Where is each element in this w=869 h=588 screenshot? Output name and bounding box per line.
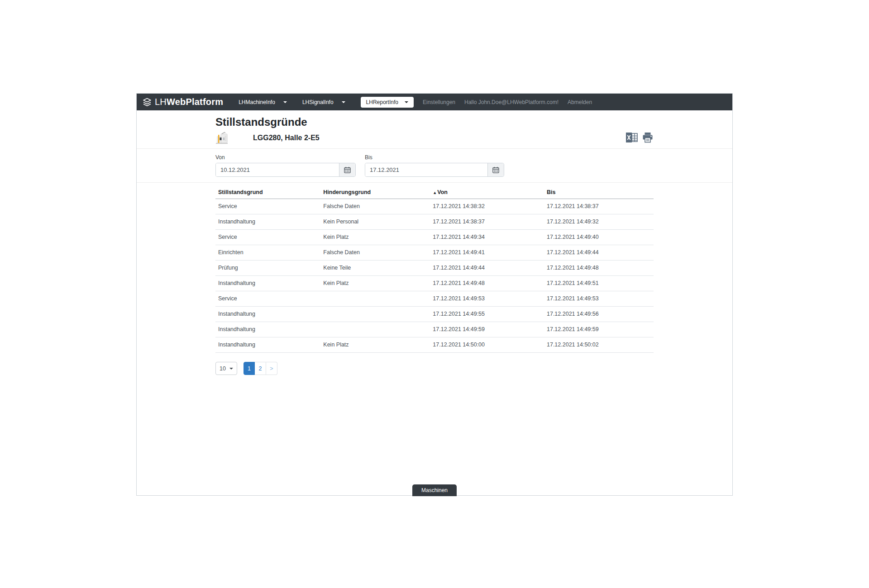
filter-von: Von <box>215 154 356 177</box>
table-cell: 17.12.2021 14:49:34 <box>430 230 544 245</box>
table-cell: Kein Personal <box>320 214 430 230</box>
calendar-icon <box>344 166 351 173</box>
chevron-down-icon <box>283 101 287 103</box>
chevron-down-icon <box>405 101 408 103</box>
column-header-hinderungsgrund[interactable]: Hinderungsgrund <box>320 186 430 199</box>
table-cell: 17.12.2021 14:38:37 <box>544 199 654 214</box>
nav-menu-lhsignalinfo[interactable]: LHSignalInfo <box>302 99 345 105</box>
table-cell: Kein Platz <box>320 276 430 291</box>
machine-label: LGG280, Halle 2-E5 <box>253 134 320 142</box>
table-cell: 17.12.2021 14:49:55 <box>430 307 544 322</box>
nav-menu-label: LHMachineInfo <box>239 99 275 105</box>
table-cell: Kein Platz <box>320 230 430 245</box>
bis-label: Bis <box>365 154 504 161</box>
table-cell: Prüfung <box>215 261 320 276</box>
filter-bis: Bis <box>365 154 504 177</box>
page-button-2[interactable]: 2 <box>255 362 266 375</box>
table-cell: Falsche Daten <box>320 245 430 261</box>
calendar-icon <box>492 166 499 173</box>
bis-date-input[interactable] <box>365 163 487 176</box>
logout-link[interactable]: Abmelden <box>568 99 592 105</box>
table-cell: 17.12.2021 14:49:59 <box>544 322 654 337</box>
table-row: PrüfungKeine Teile17.12.2021 14:49:4417.… <box>215 261 654 276</box>
von-label: Von <box>215 154 356 161</box>
brand-title: LHWebPlatform <box>155 97 223 107</box>
excel-export-icon[interactable] <box>626 132 638 143</box>
bis-calendar-button[interactable] <box>487 163 504 176</box>
top-navbar: LHWebPlatform LHMachineInfo LHSignalInfo… <box>137 94 732 110</box>
table-cell <box>320 291 430 307</box>
table-cell: Instandhaltung <box>215 337 320 353</box>
print-icon[interactable] <box>642 132 654 143</box>
navbar-right: Einstellungen Hallo John.Doe@LHWebPlatfo… <box>414 99 592 105</box>
user-greeting: Hallo John.Doe@LHWebPlatform.com! <box>464 99 559 105</box>
table-cell: 17.12.2021 14:49:48 <box>544 261 654 276</box>
pager: 1 2 > <box>244 362 277 375</box>
table-cell: Service <box>215 230 320 245</box>
downtime-table: Stillstandsgrund Hinderungsgrund ▲Von Bi… <box>215 186 654 353</box>
table-cell: 17.12.2021 14:49:56 <box>544 307 654 322</box>
maschinen-button[interactable]: Maschinen <box>412 484 457 496</box>
table-cell: 17.12.2021 14:49:44 <box>544 245 654 261</box>
table-cell: 17.12.2021 14:50:02 <box>544 337 654 353</box>
next-page-button[interactable]: > <box>266 362 277 375</box>
table-cell: Falsche Daten <box>320 199 430 214</box>
von-calendar-button[interactable] <box>339 163 355 176</box>
table-row: Instandhaltung17.12.2021 14:49:5517.12.2… <box>215 307 654 322</box>
table-row: InstandhaltungKein Personal17.12.2021 14… <box>215 214 654 230</box>
von-date-input[interactable] <box>216 163 339 176</box>
table-row: InstandhaltungKein Platz17.12.2021 14:50… <box>215 337 654 353</box>
table-cell: 17.12.2021 14:49:48 <box>430 276 544 291</box>
table-cell: Instandhaltung <box>215 322 320 337</box>
table-cell: 17.12.2021 14:38:32 <box>430 199 544 214</box>
section-divider <box>137 182 732 183</box>
nav-menu-label: LHSignalInfo <box>302 99 334 105</box>
table-cell: 17.12.2021 14:49:53 <box>430 291 544 307</box>
page-title: Stillstandsgründe <box>215 110 654 129</box>
table-cell <box>320 322 430 337</box>
table-cell: Kein Platz <box>320 337 430 353</box>
machine-icon <box>215 131 228 145</box>
table-cell: 17.12.2021 14:49:32 <box>544 214 654 230</box>
table-cell: Instandhaltung <box>215 276 320 291</box>
export-icons <box>626 132 654 143</box>
settings-link[interactable]: Einstellungen <box>423 99 455 105</box>
table-cell: Keine Teile <box>320 261 430 276</box>
pagination: 10 1 2 > <box>215 362 654 375</box>
table-cell: 17.12.2021 14:49:44 <box>430 261 544 276</box>
machine-row: LGG280, Halle 2-E5 <box>215 131 654 145</box>
page-button-1[interactable]: 1 <box>244 362 255 375</box>
table-cell: Service <box>215 199 320 214</box>
table-body: ServiceFalsche Daten17.12.2021 14:38:321… <box>215 199 654 353</box>
brand-logo[interactable]: LHWebPlatform <box>143 97 223 107</box>
table-cell: Instandhaltung <box>215 307 320 322</box>
table-row: InstandhaltungKein Platz17.12.2021 14:49… <box>215 276 654 291</box>
app-window: LHWebPlatform LHMachineInfo LHSignalInfo… <box>136 93 733 496</box>
sort-ascending-icon: ▲ <box>433 190 437 195</box>
chevron-down-icon <box>229 368 233 370</box>
column-header-von[interactable]: ▲Von <box>430 186 544 199</box>
table-row: EinrichtenFalsche Daten17.12.2021 14:49:… <box>215 245 654 261</box>
title-section: Stillstandsgründe LGG280, Halle 2-E5 <box>137 110 732 148</box>
table-row: Instandhaltung17.12.2021 14:49:5917.12.2… <box>215 322 654 337</box>
nav-menu-lhreportinfo-active[interactable]: LHReportInfo <box>361 97 414 108</box>
table-cell: 17.12.2021 14:49:59 <box>430 322 544 337</box>
table-row: Service17.12.2021 14:49:5317.12.2021 14:… <box>215 291 654 307</box>
table-cell: 17.12.2021 14:50:00 <box>430 337 544 353</box>
nav-menu-lhmachineinfo[interactable]: LHMachineInfo <box>239 99 287 105</box>
column-header-bis[interactable]: Bis <box>544 186 654 199</box>
nav-menu-label: LHReportInfo <box>366 99 398 105</box>
table-cell: 17.12.2021 14:49:51 <box>544 276 654 291</box>
table-header-row: Stillstandsgrund Hinderungsgrund ▲Von Bi… <box>215 186 654 199</box>
table-cell: 17.12.2021 14:38:37 <box>430 214 544 230</box>
table-cell: Einrichten <box>215 245 320 261</box>
main-content: Stillstandsgründe LGG280, Halle 2-E5 <box>137 110 732 496</box>
table-cell: Instandhaltung <box>215 214 320 230</box>
column-header-stillstandsgrund[interactable]: Stillstandsgrund <box>215 186 320 199</box>
table-cell <box>320 307 430 322</box>
page-size-select[interactable]: 10 <box>215 362 237 375</box>
table-section: Stillstandsgrund Hinderungsgrund ▲Von Bi… <box>137 186 732 375</box>
filter-section: Von <box>137 149 732 182</box>
layers-icon <box>143 98 152 107</box>
table-cell: Service <box>215 291 320 307</box>
